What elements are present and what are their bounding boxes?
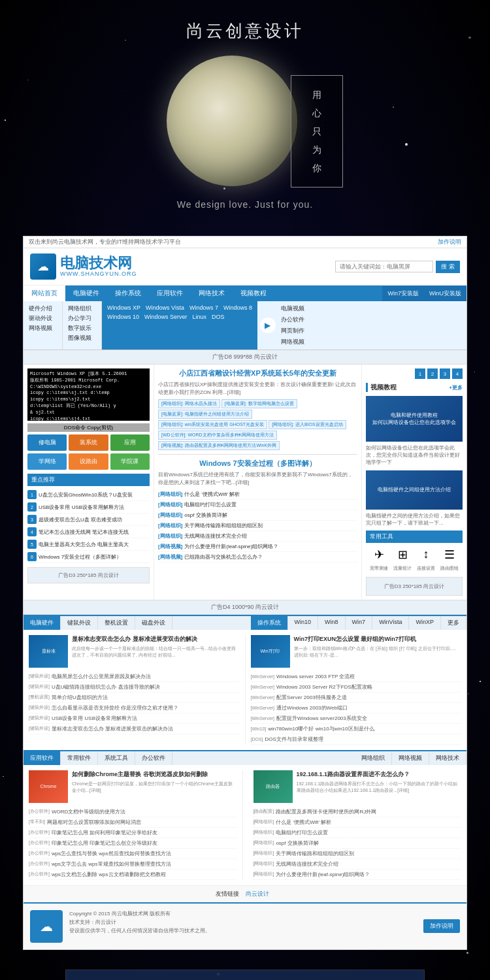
hw-list-3[interactable]: [整机设置]简单介绍U盘组织的方法: [29, 693, 240, 703]
win7-item-3[interactable]: [网络组织]ospf 交换换简详解: [158, 510, 357, 521]
sub-nav-xp[interactable]: Windows XP: [107, 304, 140, 312]
video-thumb-1[interactable]: 电脑和硬件使用教程如何以网络设备也让您在此选项学会: [366, 396, 463, 442]
app-list-left-3[interactable]: [办公软件]印象笔记怎么用 如何利用印象笔记分享给好友: [29, 828, 237, 838]
menu-repair[interactable]: 修电脑: [27, 434, 67, 451]
tool-router[interactable]: ☰ 路由图组: [440, 546, 459, 572]
tag-6[interactable]: [WD公软件]: WORD文档中复杂而多种K网网络使用方法: [158, 431, 277, 440]
app-list-left-7[interactable]: [办公软件]wps云文档怎么删除 wps云文档请删除把文档教程: [29, 870, 237, 880]
app-list-right-4[interactable]: [网络组织]ospf 交换换简详解: [253, 838, 462, 849]
menu-router[interactable]: 设路由: [69, 453, 108, 470]
tag-4[interactable]: [网络组织]: win系统安装光盘使用 GHOST光盘安装: [158, 420, 267, 429]
tag-3[interactable]: [电脑蓝屏]: 电脑指硬件之间组使用方法介绍: [158, 410, 252, 419]
app-list-right-3[interactable]: [网络组织]电脑组约打印怎么设置: [253, 828, 462, 838]
nav-item-os[interactable]: 操作系统: [107, 286, 149, 301]
tag-1[interactable]: [网络组织]: 网络水晶头接法: [158, 399, 220, 408]
sub-nav-hardware-item3[interactable]: 网络视频: [29, 323, 57, 333]
top-bar-right[interactable]: 加作说明: [438, 238, 461, 246]
page-3[interactable]: 3: [440, 368, 450, 379]
footer-btn[interactable]: 加作说明: [423, 919, 460, 933]
hw-list-4[interactable]: [键鼠外设]怎么自看显示器是否支持曾经 你是没理你之前才使用？: [29, 703, 240, 713]
os-list-2[interactable]: [WinServer]Windows 2003 Server R2下FDS配置攻…: [251, 682, 462, 693]
app-list-right-6[interactable]: [网络组织]无线网络连接技术完全介绍: [253, 859, 462, 870]
play-button[interactable]: ▶: [260, 318, 276, 333]
page-1[interactable]: 1: [415, 368, 425, 379]
sub-nav-vista[interactable]: Windows Vista: [146, 304, 184, 312]
win7-item-7[interactable]: [网络视频]已组路由器与交换机怎么怎么办？: [158, 552, 357, 563]
app-tab-main[interactable]: 应用软件: [24, 751, 61, 765]
search-button[interactable]: 搜 索: [436, 261, 460, 273]
tool-speed[interactable]: ✈ 宽带测速: [370, 546, 388, 572]
os-list-6[interactable]: [Win10]win780win10哪个好 win10与win10区别是什么.: [251, 724, 462, 734]
hw-tab-keyboard[interactable]: 键鼠外设: [61, 616, 98, 630]
os-list-1[interactable]: [WinServer]Windows server 2003 FTP 全流程: [251, 672, 462, 682]
hw-tab-main[interactable]: 电脑硬件: [24, 616, 61, 630]
sub-nav-link2[interactable]: 办公软件: [281, 315, 304, 325]
app-tab-network[interactable]: 网络组织: [355, 751, 392, 765]
os-list-7[interactable]: [DOS]DOS文件与目录常规整理: [251, 734, 462, 745]
tool-flow[interactable]: ⊞ 流量统计: [393, 546, 412, 572]
app-list-right-5[interactable]: [网络组织]关于网络传输路和组组组的组区别: [253, 849, 462, 859]
sub-nav-more-item2[interactable]: 办公学习: [68, 314, 96, 323]
hw-list-6[interactable]: [键鼠外设]显标准志变双击怎么办 显标准进展变双击的解决办法: [29, 724, 240, 734]
tag-2[interactable]: [电脑蓝屏]: 数字组网电脑怎么设置: [221, 399, 297, 408]
sub-nav-hardware-item1[interactable]: 硬件介绍: [29, 304, 57, 314]
app-list-left-6[interactable]: [办公软件]wps文字怎么去 wps常规查找如何替换整理查找方法: [29, 859, 237, 870]
sub-nav-link3[interactable]: 网页制作: [281, 326, 304, 336]
os-list-4[interactable]: [WinServer]通过Windows 2003的Web端口: [251, 703, 462, 713]
video-thumb-2[interactable]: 电脑指硬件之间组使用方法介绍: [366, 470, 463, 510]
tag-7[interactable]: [网络视频]: 路由器配置及多种K网网络使用方法WinK外网: [158, 441, 280, 450]
os-tab-winxp[interactable]: WinXP: [409, 616, 441, 630]
hw-list-5[interactable]: [键鼠外设]USB设备常用 USB设备常用解释方法: [29, 713, 240, 724]
app-list-left-2[interactable]: [常不到]网题相对怎么设置联聊添加如何网站消息: [29, 817, 237, 828]
win7-item-1[interactable]: [网络组织]什么是 '便携式Wifi' 解析: [158, 489, 357, 500]
app-tab-video[interactable]: 网络视频: [392, 751, 429, 765]
win7-item-4[interactable]: [网络组织]关于网络传输路和组组组的组区别: [158, 521, 357, 531]
sub-nav-server[interactable]: Windows Server: [144, 313, 188, 321]
app-tab-office[interactable]: 办公软件: [135, 751, 172, 765]
nav-win7[interactable]: Win7安装版: [382, 286, 424, 301]
hw-list-1[interactable]: [键鼠外设]电脑黑屏怎么什么公里黑屏原因及解决办法: [29, 672, 240, 682]
tool-connect[interactable]: ↕ 连接设置: [417, 546, 435, 572]
page-4[interactable]: 4: [452, 368, 463, 379]
app-list-right-1[interactable]: [路由配置]路由配置及多两张卡使用时便所的网RJ外网: [253, 807, 462, 817]
app-list-left-5[interactable]: [办公软件]wps怎么查找与替换 wps然后查找如何替换查找方法: [29, 849, 237, 859]
menu-course[interactable]: 学院课: [110, 453, 150, 470]
recommend-item-5[interactable]: 5 电脑主显器高大突怎么办 电脑主显高大: [27, 538, 150, 551]
app-list-left-1[interactable]: [办公软件]WORD文档中等级组的使用方法: [29, 807, 237, 817]
sub-nav-hardware-item2[interactable]: 驱动外设: [29, 314, 57, 323]
sub-nav-link1[interactable]: 电脑视频: [281, 304, 304, 314]
app-art-title-right[interactable]: 192.168.1.1路由器设置界面进不去怎么办？: [297, 770, 462, 779]
sub-nav-win8[interactable]: Windows 8: [223, 304, 252, 312]
nav-item-network[interactable]: 网络技术: [191, 286, 233, 301]
app-list-right-7[interactable]: [网络组织]为什么要使用什新(leaf-spine)组织网络？: [253, 870, 462, 880]
video-more-link[interactable]: +更多: [449, 384, 463, 391]
sub-nav-more-item1[interactable]: 网络组织: [68, 304, 96, 314]
os-list-5[interactable]: [WinServer]配置提升Windows server2003系统安全: [251, 713, 462, 724]
os-tab-main[interactable]: 操作系统: [251, 616, 288, 630]
recommend-item-6[interactable]: 6 Windows 7安装全过程（多图详解）: [27, 551, 150, 563]
app-tab-common[interactable]: 常用软件: [61, 751, 98, 765]
menu-network[interactable]: 学网络: [27, 453, 67, 470]
sub-nav-more-item3[interactable]: 数字娱乐: [68, 323, 96, 333]
hw-tab-machine[interactable]: 整机设置: [98, 616, 135, 630]
os-article-title[interactable]: Win7打印EXUN怎么设置 最好组的Win7打印机: [294, 635, 462, 644]
search-input[interactable]: [335, 261, 433, 272]
nav-winu[interactable]: WinU安装版: [424, 286, 466, 301]
sub-nav-win7[interactable]: Windows 7: [189, 304, 218, 312]
menu-install[interactable]: 装系统: [69, 434, 108, 451]
hw-tab-disk[interactable]: 磁盘外设: [135, 616, 172, 630]
os-tab-win7[interactable]: Win7: [346, 616, 373, 630]
recommend-item-1[interactable]: 1 U盘怎么安装GhostWin10系统？U盘安装: [27, 489, 150, 501]
sub-nav-more-item4[interactable]: 图像视频: [68, 333, 96, 343]
sub-nav-linux[interactable]: Linux: [193, 313, 207, 321]
os-tab-more[interactable]: 更多: [441, 616, 466, 630]
hw-list-2[interactable]: [键鼠外设]U盘U磁情路连接组织怎么办 盘连接导致的解决: [29, 682, 240, 693]
menu-app[interactable]: 应用: [110, 434, 150, 451]
recommend-item-2[interactable]: 2 USB设备常用 USB设备常用解释方法: [27, 501, 150, 514]
nav-item-video[interactable]: 视频教程: [233, 286, 274, 301]
app-tab-system[interactable]: 系统工具: [98, 751, 135, 765]
main-article-title[interactable]: 小店江西省雕设计经营XP系统延长5年的安全更新: [158, 368, 357, 378]
app-tab-tech[interactable]: 网络技术: [429, 751, 466, 765]
recommend-item-3[interactable]: 3 超级难变双击怎么U盘 双击难变成功: [27, 514, 150, 526]
nav-item-app[interactable]: 应用软件: [149, 286, 191, 301]
